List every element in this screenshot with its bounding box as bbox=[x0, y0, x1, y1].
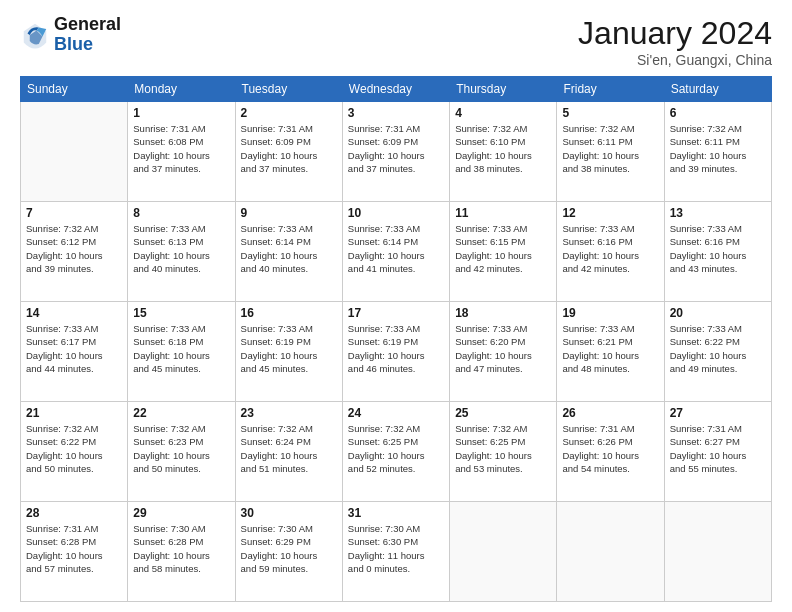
day-number: 11 bbox=[455, 206, 551, 220]
generalblue-logo-icon bbox=[20, 20, 50, 50]
calendar-cell: 5Sunrise: 7:32 AM Sunset: 6:11 PM Daylig… bbox=[557, 102, 664, 202]
title-area: January 2024 Si'en, Guangxi, China bbox=[578, 15, 772, 68]
day-info: Sunrise: 7:32 AM Sunset: 6:25 PM Dayligh… bbox=[348, 422, 444, 475]
calendar-header-wednesday: Wednesday bbox=[342, 77, 449, 102]
calendar-cell: 13Sunrise: 7:33 AM Sunset: 6:16 PM Dayli… bbox=[664, 202, 771, 302]
calendar-week-row: 28Sunrise: 7:31 AM Sunset: 6:28 PM Dayli… bbox=[21, 502, 772, 602]
calendar-cell: 12Sunrise: 7:33 AM Sunset: 6:16 PM Dayli… bbox=[557, 202, 664, 302]
calendar-cell: 7Sunrise: 7:32 AM Sunset: 6:12 PM Daylig… bbox=[21, 202, 128, 302]
day-info: Sunrise: 7:32 AM Sunset: 6:22 PM Dayligh… bbox=[26, 422, 122, 475]
calendar-cell: 21Sunrise: 7:32 AM Sunset: 6:22 PM Dayli… bbox=[21, 402, 128, 502]
day-number: 21 bbox=[26, 406, 122, 420]
day-number: 1 bbox=[133, 106, 229, 120]
logo-area: General Blue bbox=[20, 15, 121, 55]
calendar-cell bbox=[450, 502, 557, 602]
calendar-header-row: SundayMondayTuesdayWednesdayThursdayFrid… bbox=[21, 77, 772, 102]
day-number: 22 bbox=[133, 406, 229, 420]
calendar-cell: 25Sunrise: 7:32 AM Sunset: 6:25 PM Dayli… bbox=[450, 402, 557, 502]
calendar-cell: 1Sunrise: 7:31 AM Sunset: 6:08 PM Daylig… bbox=[128, 102, 235, 202]
day-info: Sunrise: 7:33 AM Sunset: 6:16 PM Dayligh… bbox=[562, 222, 658, 275]
day-number: 16 bbox=[241, 306, 337, 320]
day-info: Sunrise: 7:31 AM Sunset: 6:27 PM Dayligh… bbox=[670, 422, 766, 475]
day-info: Sunrise: 7:33 AM Sunset: 6:17 PM Dayligh… bbox=[26, 322, 122, 375]
day-info: Sunrise: 7:33 AM Sunset: 6:19 PM Dayligh… bbox=[348, 322, 444, 375]
calendar-week-row: 7Sunrise: 7:32 AM Sunset: 6:12 PM Daylig… bbox=[21, 202, 772, 302]
calendar-table: SundayMondayTuesdayWednesdayThursdayFrid… bbox=[20, 76, 772, 602]
calendar-cell: 28Sunrise: 7:31 AM Sunset: 6:28 PM Dayli… bbox=[21, 502, 128, 602]
day-number: 10 bbox=[348, 206, 444, 220]
day-number: 27 bbox=[670, 406, 766, 420]
day-number: 18 bbox=[455, 306, 551, 320]
calendar-cell: 10Sunrise: 7:33 AM Sunset: 6:14 PM Dayli… bbox=[342, 202, 449, 302]
day-info: Sunrise: 7:31 AM Sunset: 6:08 PM Dayligh… bbox=[133, 122, 229, 175]
logo-text: General Blue bbox=[54, 15, 121, 55]
day-number: 12 bbox=[562, 206, 658, 220]
calendar-cell: 27Sunrise: 7:31 AM Sunset: 6:27 PM Dayli… bbox=[664, 402, 771, 502]
day-info: Sunrise: 7:32 AM Sunset: 6:11 PM Dayligh… bbox=[562, 122, 658, 175]
day-info: Sunrise: 7:33 AM Sunset: 6:21 PM Dayligh… bbox=[562, 322, 658, 375]
day-info: Sunrise: 7:32 AM Sunset: 6:23 PM Dayligh… bbox=[133, 422, 229, 475]
calendar-cell: 20Sunrise: 7:33 AM Sunset: 6:22 PM Dayli… bbox=[664, 302, 771, 402]
calendar-header-tuesday: Tuesday bbox=[235, 77, 342, 102]
calendar-cell bbox=[557, 502, 664, 602]
calendar-cell: 6Sunrise: 7:32 AM Sunset: 6:11 PM Daylig… bbox=[664, 102, 771, 202]
day-info: Sunrise: 7:30 AM Sunset: 6:28 PM Dayligh… bbox=[133, 522, 229, 575]
calendar-cell: 15Sunrise: 7:33 AM Sunset: 6:18 PM Dayli… bbox=[128, 302, 235, 402]
calendar-header-thursday: Thursday bbox=[450, 77, 557, 102]
page: General Blue January 2024 Si'en, Guangxi… bbox=[0, 0, 792, 612]
day-number: 30 bbox=[241, 506, 337, 520]
calendar-cell: 24Sunrise: 7:32 AM Sunset: 6:25 PM Dayli… bbox=[342, 402, 449, 502]
calendar-header-sunday: Sunday bbox=[21, 77, 128, 102]
calendar-cell: 2Sunrise: 7:31 AM Sunset: 6:09 PM Daylig… bbox=[235, 102, 342, 202]
logo-general: General bbox=[54, 15, 121, 35]
calendar-week-row: 21Sunrise: 7:32 AM Sunset: 6:22 PM Dayli… bbox=[21, 402, 772, 502]
day-number: 5 bbox=[562, 106, 658, 120]
day-info: Sunrise: 7:32 AM Sunset: 6:24 PM Dayligh… bbox=[241, 422, 337, 475]
day-info: Sunrise: 7:33 AM Sunset: 6:15 PM Dayligh… bbox=[455, 222, 551, 275]
calendar-cell: 23Sunrise: 7:32 AM Sunset: 6:24 PM Dayli… bbox=[235, 402, 342, 502]
day-info: Sunrise: 7:33 AM Sunset: 6:22 PM Dayligh… bbox=[670, 322, 766, 375]
day-number: 19 bbox=[562, 306, 658, 320]
day-number: 28 bbox=[26, 506, 122, 520]
day-number: 15 bbox=[133, 306, 229, 320]
calendar-cell bbox=[21, 102, 128, 202]
day-info: Sunrise: 7:32 AM Sunset: 6:12 PM Dayligh… bbox=[26, 222, 122, 275]
day-number: 31 bbox=[348, 506, 444, 520]
day-number: 25 bbox=[455, 406, 551, 420]
day-info: Sunrise: 7:31 AM Sunset: 6:28 PM Dayligh… bbox=[26, 522, 122, 575]
location: Si'en, Guangxi, China bbox=[578, 52, 772, 68]
calendar-cell: 19Sunrise: 7:33 AM Sunset: 6:21 PM Dayli… bbox=[557, 302, 664, 402]
calendar-cell: 4Sunrise: 7:32 AM Sunset: 6:10 PM Daylig… bbox=[450, 102, 557, 202]
day-info: Sunrise: 7:31 AM Sunset: 6:09 PM Dayligh… bbox=[348, 122, 444, 175]
logo-blue: Blue bbox=[54, 34, 93, 54]
calendar-cell: 18Sunrise: 7:33 AM Sunset: 6:20 PM Dayli… bbox=[450, 302, 557, 402]
day-info: Sunrise: 7:33 AM Sunset: 6:16 PM Dayligh… bbox=[670, 222, 766, 275]
day-number: 26 bbox=[562, 406, 658, 420]
calendar-cell: 11Sunrise: 7:33 AM Sunset: 6:15 PM Dayli… bbox=[450, 202, 557, 302]
calendar-cell: 14Sunrise: 7:33 AM Sunset: 6:17 PM Dayli… bbox=[21, 302, 128, 402]
day-info: Sunrise: 7:32 AM Sunset: 6:11 PM Dayligh… bbox=[670, 122, 766, 175]
day-info: Sunrise: 7:31 AM Sunset: 6:09 PM Dayligh… bbox=[241, 122, 337, 175]
day-info: Sunrise: 7:30 AM Sunset: 6:29 PM Dayligh… bbox=[241, 522, 337, 575]
calendar-cell: 22Sunrise: 7:32 AM Sunset: 6:23 PM Dayli… bbox=[128, 402, 235, 502]
calendar-cell bbox=[664, 502, 771, 602]
day-info: Sunrise: 7:30 AM Sunset: 6:30 PM Dayligh… bbox=[348, 522, 444, 575]
day-number: 17 bbox=[348, 306, 444, 320]
calendar-cell: 30Sunrise: 7:30 AM Sunset: 6:29 PM Dayli… bbox=[235, 502, 342, 602]
month-title: January 2024 bbox=[578, 15, 772, 52]
day-info: Sunrise: 7:33 AM Sunset: 6:13 PM Dayligh… bbox=[133, 222, 229, 275]
day-info: Sunrise: 7:33 AM Sunset: 6:18 PM Dayligh… bbox=[133, 322, 229, 375]
calendar-header-monday: Monday bbox=[128, 77, 235, 102]
day-number: 4 bbox=[455, 106, 551, 120]
day-number: 2 bbox=[241, 106, 337, 120]
day-number: 24 bbox=[348, 406, 444, 420]
day-info: Sunrise: 7:33 AM Sunset: 6:19 PM Dayligh… bbox=[241, 322, 337, 375]
calendar-cell: 29Sunrise: 7:30 AM Sunset: 6:28 PM Dayli… bbox=[128, 502, 235, 602]
day-number: 14 bbox=[26, 306, 122, 320]
day-number: 7 bbox=[26, 206, 122, 220]
day-info: Sunrise: 7:32 AM Sunset: 6:25 PM Dayligh… bbox=[455, 422, 551, 475]
calendar-week-row: 1Sunrise: 7:31 AM Sunset: 6:08 PM Daylig… bbox=[21, 102, 772, 202]
day-info: Sunrise: 7:31 AM Sunset: 6:26 PM Dayligh… bbox=[562, 422, 658, 475]
day-number: 29 bbox=[133, 506, 229, 520]
calendar-week-row: 14Sunrise: 7:33 AM Sunset: 6:17 PM Dayli… bbox=[21, 302, 772, 402]
